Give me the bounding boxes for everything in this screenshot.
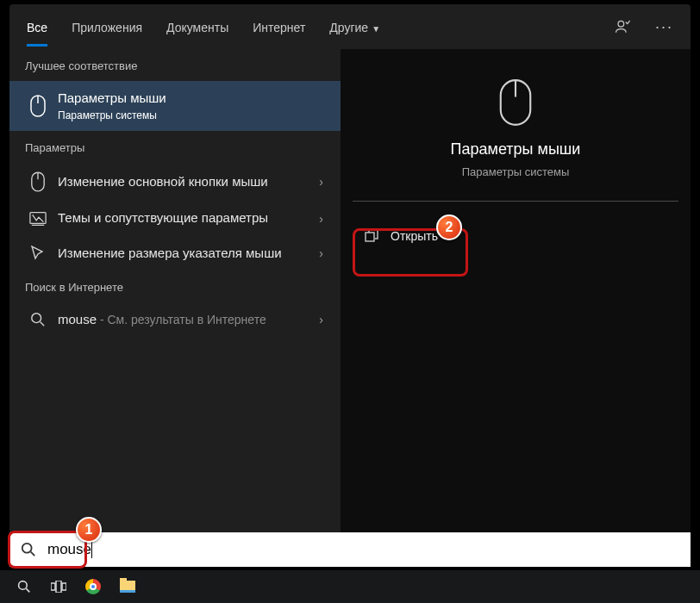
- chevron-right-icon: ›: [314, 175, 328, 189]
- svg-point-13: [19, 581, 28, 590]
- result-primary-button[interactable]: Изменение основной кнопки мыши ›: [9, 163, 341, 201]
- result-mouse-settings[interactable]: Параметры мыши Параметры системы: [9, 81, 341, 131]
- tab-more[interactable]: Другие▼: [317, 7, 392, 47]
- open-label: Открыть: [391, 229, 438, 243]
- mouse-large-icon: [491, 78, 540, 127]
- more-options-icon[interactable]: ···: [643, 9, 685, 45]
- chevron-right-icon: ›: [314, 246, 328, 260]
- badge-1: 1: [76, 517, 102, 543]
- svg-point-11: [22, 544, 32, 553]
- taskbar-explorer-icon[interactable]: [112, 573, 143, 600]
- result-themes[interactable]: Темы и сопутствующие параметры ›: [9, 201, 341, 235]
- svg-rect-15: [51, 583, 55, 590]
- search-value: mouse: [47, 541, 91, 558]
- preview-pane: Параметры мыши Параметры системы Открыть: [341, 49, 691, 566]
- search-panel: Все Приложения Документы Интернет Другие…: [9, 4, 691, 566]
- tab-web[interactable]: Интернет: [241, 7, 317, 47]
- open-icon: [365, 229, 378, 243]
- result-title: mouse - См. результаты в Интернете: [51, 311, 314, 328]
- section-best-match: Лучшее соответствие: [9, 49, 341, 81]
- chevron-right-icon: ›: [314, 313, 328, 326]
- taskbar-chrome-icon[interactable]: [78, 573, 109, 600]
- svg-line-12: [31, 552, 35, 556]
- tab-apps[interactable]: Приложения: [59, 7, 154, 47]
- mouse-icon: [25, 95, 51, 117]
- result-title: Темы и сопутствующие параметры: [51, 209, 314, 227]
- section-web: Поиск в Интернете: [9, 270, 341, 302]
- search-icon: [25, 312, 51, 327]
- tab-docs[interactable]: Документы: [154, 7, 241, 47]
- taskbar: [0, 570, 700, 603]
- result-title: Параметры мыши: [58, 90, 328, 107]
- pointer-icon: [25, 245, 51, 262]
- feedback-icon[interactable]: [602, 9, 643, 44]
- result-web-search[interactable]: mouse - См. результаты в Интернете ›: [9, 302, 341, 337]
- section-params: Параметры: [9, 131, 341, 163]
- result-pointer-size[interactable]: Изменение размера указателя мыши ›: [9, 236, 341, 270]
- search-icon: [9, 542, 47, 557]
- svg-rect-10: [366, 233, 374, 241]
- preview-title: Параметры мыши: [341, 140, 691, 159]
- results-left: Лучшее соответствие Параметры мыши Парам…: [9, 49, 341, 566]
- chevron-right-icon: ›: [314, 212, 328, 226]
- search-bar[interactable]: mouse: [9, 532, 691, 567]
- svg-line-7: [41, 322, 45, 326]
- svg-point-6: [32, 314, 41, 323]
- svg-rect-17: [62, 583, 66, 590]
- result-title: Изменение основной кнопки мыши: [51, 173, 314, 190]
- mouse-icon: [25, 171, 51, 192]
- result-title: Изменение размера указателя мыши: [51, 245, 314, 262]
- svg-line-14: [26, 588, 29, 592]
- taskbar-taskview-icon[interactable]: [43, 573, 74, 600]
- preview-subtitle: Параметры системы: [341, 165, 691, 178]
- badge-2: 2: [436, 214, 462, 240]
- open-action[interactable]: Открыть: [353, 219, 678, 253]
- tabs-row: Все Приложения Документы Интернет Другие…: [9, 4, 691, 49]
- taskbar-search-icon[interactable]: [9, 573, 40, 600]
- svg-point-0: [618, 21, 624, 27]
- result-subtitle: Параметры системы: [58, 109, 328, 122]
- svg-rect-16: [56, 581, 61, 593]
- themes-icon: [25, 211, 51, 227]
- tab-all[interactable]: Все: [15, 7, 59, 47]
